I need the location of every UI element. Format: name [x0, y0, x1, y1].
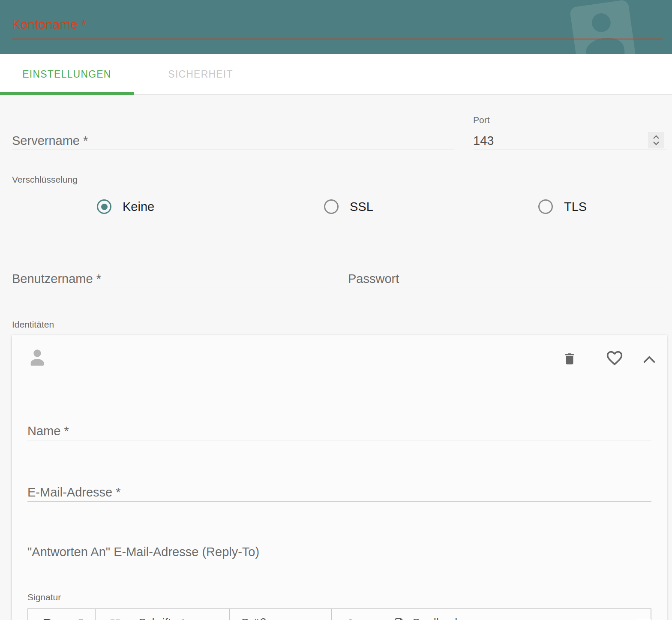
encryption-radio-group: Keine SSL TLS [12, 199, 667, 215]
radio-encryption-ssl[interactable]: SSL [324, 199, 373, 214]
account-header [0, 0, 672, 54]
radio-none-label: Keine [123, 200, 154, 214]
radio-selected-icon [97, 199, 111, 214]
radio-ssl-label: SSL [350, 200, 373, 214]
radio-unselected-icon [324, 199, 339, 214]
active-tab-indicator [0, 92, 134, 95]
identity-email-field [27, 483, 651, 502]
identity-name-field [27, 422, 651, 440]
updown-arrows-icon [308, 618, 318, 620]
signature-editor-toolbar: B I Schriftart Größe [27, 608, 651, 620]
servername-input[interactable] [12, 132, 454, 150]
updown-arrows-icon [362, 618, 372, 620]
username-input[interactable] [12, 270, 331, 288]
password-field [348, 270, 667, 288]
source-code-icon [393, 617, 406, 620]
identity-email-input[interactable] [27, 483, 651, 501]
port-label: Port [473, 115, 667, 125]
password-input[interactable] [348, 270, 667, 288]
account-name-input[interactable] [12, 17, 663, 39]
identity-replyto-input[interactable] [27, 543, 651, 561]
identity-replyto-field [27, 543, 651, 561]
port-field: Port [473, 115, 667, 150]
delete-identity-button[interactable] [562, 350, 577, 368]
radio-unselected-icon [538, 199, 553, 214]
encryption-label: Verschlüsselung [12, 175, 667, 185]
identity-name-input[interactable] [27, 422, 651, 440]
tab-settings-label: EINSTELLUNGEN [22, 69, 111, 80]
port-input[interactable] [473, 132, 602, 149]
tab-security-label: SICHERHEIT [168, 69, 233, 80]
port-spinner[interactable] [648, 132, 664, 148]
signature-label: Signatur [27, 592, 651, 602]
favorite-identity-button[interactable] [605, 350, 624, 367]
font-size-select[interactable]: Größe [240, 617, 273, 620]
settings-panel: Port Verschlüsselung Keine SSL T [0, 115, 672, 620]
updown-arrows-icon [207, 618, 217, 620]
collapse-identity-button[interactable] [642, 354, 657, 364]
radio-encryption-tls[interactable]: TLS [538, 199, 587, 214]
source-code-button[interactable]: Quellcode [412, 617, 464, 620]
text-color-button[interactable]: A [346, 617, 355, 620]
username-field [12, 270, 331, 288]
link-icon[interactable] [106, 617, 124, 620]
radio-tls-label: TLS [564, 200, 587, 214]
tab-security[interactable]: SICHERHEIT [134, 54, 267, 94]
identity-card: Signatur B I Schriftart [12, 335, 667, 620]
identities-label: Identitäten [12, 319, 667, 330]
italic-button[interactable]: I [77, 617, 82, 620]
spinner-up-down-icon [652, 134, 660, 147]
font-family-select[interactable]: Schriftart [138, 617, 185, 620]
trash-icon [562, 350, 577, 368]
chevron-up-icon [642, 354, 657, 364]
servername-field [12, 132, 454, 150]
radio-encryption-none[interactable]: Keine [97, 199, 154, 214]
tab-settings[interactable]: EINSTELLUNGEN [0, 54, 134, 94]
identity-avatar-icon [27, 346, 47, 371]
tab-bar: EINSTELLUNGEN SICHERHEIT [0, 54, 672, 95]
heart-icon [605, 350, 624, 367]
bold-button[interactable]: B [43, 617, 52, 620]
